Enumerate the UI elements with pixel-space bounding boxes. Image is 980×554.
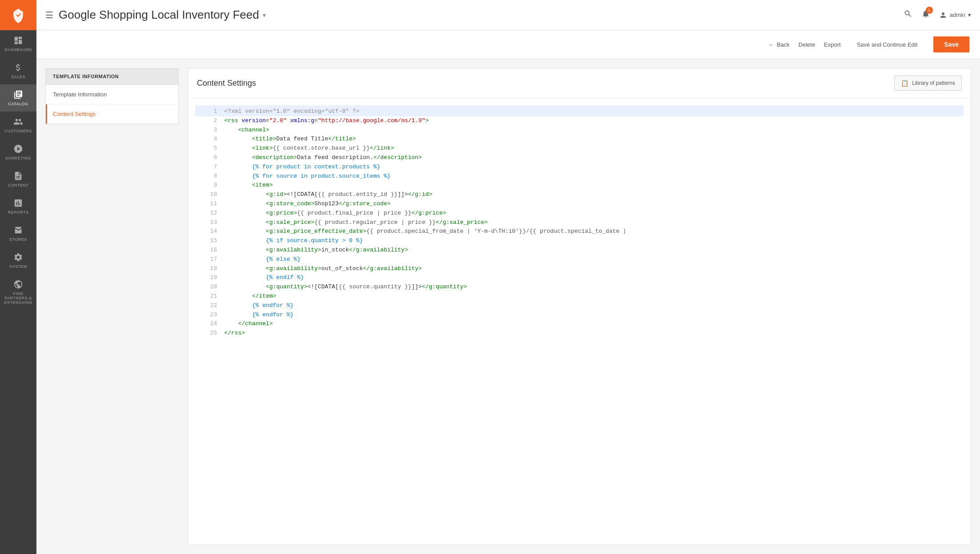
save-continue-button[interactable]: Save and Continue Edit xyxy=(850,38,925,52)
line-content: </channel> xyxy=(224,319,964,329)
code-line: 20 <g:quantity><![CDATA[{{ source.quanti… xyxy=(195,283,964,292)
delete-label: Delete xyxy=(799,41,816,48)
line-content: <description>Data feed description.</des… xyxy=(224,153,964,163)
line-number: 15 xyxy=(195,236,224,246)
line-number: 1 xyxy=(195,105,224,116)
line-content: <g:sale_price_effective_date>{{ product.… xyxy=(224,227,964,236)
line-content: <g:availability>out_of_stock</g:availabi… xyxy=(224,264,964,274)
left-panel-card: Template Information Template Informatio… xyxy=(45,68,179,124)
code-line: 19 {% endif %} xyxy=(195,273,964,283)
library-icon: 📋 xyxy=(901,80,908,87)
sidebar-item-content[interactable]: CONTENT xyxy=(0,166,36,193)
left-panel-header: Template Information xyxy=(46,68,178,85)
sidebar-item-stores[interactable]: STORES xyxy=(0,220,36,247)
code-line: 21 </item> xyxy=(195,292,964,301)
sidebar-item-customers[interactable]: CUSTOMERS xyxy=(0,112,36,139)
sidebar-item-reports[interactable]: REPORTS xyxy=(0,193,36,220)
line-content: <g:sale_price>{{ product.regular_price |… xyxy=(224,218,964,227)
library-btn-label: Library of patterns xyxy=(912,80,955,86)
sidebar-item-system-label: SYSTEM xyxy=(9,264,27,269)
code-table: 1 <?xml version="1.0" encoding="utf-8" ?… xyxy=(195,105,964,340)
top-header: ☰ Google Shopping Local Inventory Feed ▾… xyxy=(36,0,980,30)
line-content: </rss> xyxy=(224,329,964,340)
library-patterns-button[interactable]: 📋 Library of patterns xyxy=(894,76,962,91)
hamburger-icon[interactable]: ☰ xyxy=(45,10,53,20)
save-button[interactable]: Save xyxy=(933,36,969,52)
code-line: 24 </channel> xyxy=(195,319,964,329)
notification-badge: 1 xyxy=(926,7,933,14)
export-label: Export xyxy=(824,41,841,48)
code-line: 5 <link>{{ context.store.base_url }}</li… xyxy=(195,144,964,153)
sidebar-item-partners[interactable]: FIND PARTNERS & EXTENSIONS xyxy=(0,274,36,310)
sidebar-item-dashboard[interactable]: DASHBOARD xyxy=(0,30,36,57)
line-content: {% for product in context.products %} xyxy=(224,163,964,172)
code-line: 2 <rss version="2.0" xmlns:g="http://bas… xyxy=(195,116,964,126)
line-content: <g:price>{{ product.final_price | price … xyxy=(224,209,964,218)
title-dropdown-arrow[interactable]: ▾ xyxy=(263,12,266,19)
line-content: </item> xyxy=(224,292,964,301)
left-panel-item-template-info[interactable]: Template Information xyxy=(46,85,178,104)
code-editor[interactable]: 1 <?xml version="1.0" encoding="utf-8" ?… xyxy=(188,98,971,545)
sidebar-item-dashboard-label: DASHBOARD xyxy=(4,48,32,52)
line-number: 8 xyxy=(195,172,224,181)
line-content: {% endfor %} xyxy=(224,311,964,320)
sidebar-item-marketing-label: MARKETING xyxy=(5,156,31,160)
back-button[interactable]: ← Back xyxy=(768,41,790,48)
export-button[interactable]: Export xyxy=(824,41,841,48)
code-line: 8 {% for source in product.source_items … xyxy=(195,172,964,181)
code-line: 15 {% if source.quantity > 0 %} xyxy=(195,236,964,246)
admin-label: admin xyxy=(950,12,965,18)
code-line: 3 <channel> xyxy=(195,126,964,135)
line-number: 12 xyxy=(195,209,224,218)
line-content: <g:quantity><![CDATA[{{ source.quantity … xyxy=(224,283,964,292)
line-number: 2 xyxy=(195,116,224,126)
code-line: 1 <?xml version="1.0" encoding="utf-8" ?… xyxy=(195,105,964,116)
line-number: 17 xyxy=(195,255,224,264)
admin-user-menu[interactable]: admin ▾ xyxy=(939,11,971,19)
line-number: 24 xyxy=(195,319,224,329)
code-line: 25 </rss> xyxy=(195,329,964,340)
line-content: <title>Data feed Title</title> xyxy=(224,135,964,144)
content-wrapper: Template Information Template Informatio… xyxy=(36,59,980,554)
main-content: ☰ Google Shopping Local Inventory Feed ▾… xyxy=(36,0,980,554)
sidebar-item-catalog[interactable]: CATALOG xyxy=(0,84,36,112)
delete-button[interactable]: Delete xyxy=(799,41,816,48)
line-content: <?xml version="1.0" encoding="utf-8" ?> xyxy=(224,105,964,116)
right-panel-header: Content Settings 📋 Library of patterns xyxy=(188,68,971,98)
line-content: {% endif %} xyxy=(224,273,964,283)
code-line: 22 {% endfor %} xyxy=(195,301,964,311)
code-line: 17 {% else %} xyxy=(195,255,964,264)
line-number: 13 xyxy=(195,218,224,227)
sidebar-item-marketing[interactable]: MARKETING xyxy=(0,139,36,166)
line-number: 20 xyxy=(195,283,224,292)
code-line: 13 <g:sale_price>{{ product.regular_pric… xyxy=(195,218,964,227)
sidebar-item-sales[interactable]: SALES xyxy=(0,57,36,84)
notification-icon[interactable]: 1 xyxy=(921,9,930,20)
header-left: ☰ Google Shopping Local Inventory Feed ▾ xyxy=(45,8,266,22)
line-content: {% if source.quantity > 0 %} xyxy=(224,236,964,246)
line-number: 23 xyxy=(195,311,224,320)
line-number: 4 xyxy=(195,135,224,144)
code-line: 9 <item> xyxy=(195,181,964,190)
sidebar-logo[interactable] xyxy=(0,0,36,30)
page-title-text: Google Shopping Local Inventory Feed xyxy=(59,8,259,22)
line-number: 14 xyxy=(195,227,224,236)
sidebar-item-reports-label: REPORTS xyxy=(8,210,29,215)
sidebar-item-catalog-label: CATALOG xyxy=(8,102,28,106)
sidebar: DASHBOARD SALES CATALOG CUSTOMERS MARKET… xyxy=(0,0,36,554)
left-panel: Template Information Template Informatio… xyxy=(45,68,179,545)
line-number: 5 xyxy=(195,144,224,153)
sidebar-item-system[interactable]: SYSTEM xyxy=(0,247,36,274)
line-number: 6 xyxy=(195,153,224,163)
line-content: {% for source in product.source_items %} xyxy=(224,172,964,181)
left-panel-item-content-settings[interactable]: Content Settings xyxy=(46,104,178,124)
line-number: 22 xyxy=(195,301,224,311)
code-line: 11 <g:store_code>Shop123</g:store_code> xyxy=(195,199,964,209)
line-number: 21 xyxy=(195,292,224,301)
admin-dropdown-arrow[interactable]: ▾ xyxy=(968,12,971,18)
search-icon[interactable] xyxy=(904,9,912,20)
back-arrow-icon: ← xyxy=(768,41,774,48)
line-content: <g:store_code>Shop123</g:store_code> xyxy=(224,199,964,209)
code-line: 14 <g:sale_price_effective_date>{{ produ… xyxy=(195,227,964,236)
line-number: 7 xyxy=(195,163,224,172)
